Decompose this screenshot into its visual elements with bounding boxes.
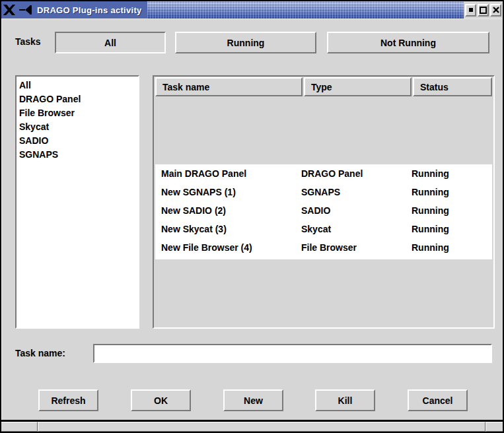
filter-button-all[interactable]: All bbox=[55, 32, 166, 53]
table-row[interactable]: Main DRAGO PanelDRAGO PanelRunning bbox=[155, 164, 492, 183]
task-table-panel: Task nameTypeStatus Main DRAGO PanelDRAG… bbox=[153, 75, 495, 329]
window-controls bbox=[464, 1, 503, 18]
window-title: DRAGO Plug-ins activity bbox=[34, 5, 147, 15]
dialog-content: Tasks AllRunningNot Running AllDRAGO Pan… bbox=[1, 18, 503, 420]
cancel-button[interactable]: Cancel bbox=[408, 389, 468, 411]
cell-task-name: New Skycat (3) bbox=[155, 224, 301, 234]
x-logo-icon bbox=[1, 1, 17, 18]
plugin-type-list[interactable]: AllDRAGO PanelFile BrowserSkycatSADIOSGN… bbox=[15, 75, 139, 329]
list-item[interactable]: DRAGO Panel bbox=[19, 92, 135, 106]
task-name-input[interactable] bbox=[93, 344, 492, 363]
resize-bar bbox=[1, 422, 503, 432]
task-rows[interactable]: Main DRAGO PanelDRAGO PanelRunningNew SG… bbox=[155, 164, 492, 259]
task-name-label: Task name: bbox=[15, 348, 65, 358]
close-button[interactable] bbox=[490, 4, 501, 17]
list-item[interactable]: Skycat bbox=[19, 120, 135, 134]
column-header-type[interactable]: Type bbox=[304, 77, 412, 96]
cell-type: DRAGO Panel bbox=[301, 168, 412, 179]
table-row[interactable]: New SADIO (2)SADIORunning bbox=[155, 201, 492, 220]
window: DRAGO Plug-ins activity Tasks AllRunning… bbox=[0, 0, 504, 433]
cell-status: Running bbox=[412, 224, 492, 234]
list-item[interactable]: SGNAPS bbox=[19, 148, 135, 162]
cell-type: SADIO bbox=[301, 205, 412, 216]
titlebar-texture bbox=[147, 1, 464, 18]
new-button[interactable]: New bbox=[223, 389, 283, 411]
list-item[interactable]: All bbox=[19, 79, 135, 92]
resize-handle-left[interactable] bbox=[1, 422, 38, 432]
cell-status: Running bbox=[412, 242, 492, 253]
tasks-label: Tasks bbox=[15, 36, 41, 47]
cell-status: Running bbox=[412, 168, 492, 179]
table-row[interactable]: New File Browser (4)File BrowserRunning bbox=[155, 238, 492, 257]
cell-type: File Browser bbox=[301, 242, 412, 253]
filter-button-running[interactable]: Running bbox=[175, 32, 316, 53]
titlebar[interactable]: DRAGO Plug-ins activity bbox=[1, 1, 503, 18]
cell-task-name: New SADIO (2) bbox=[155, 205, 301, 216]
resize-handle-right[interactable] bbox=[486, 422, 503, 432]
cell-type: SGNAPS bbox=[301, 187, 412, 197]
column-header-task-name[interactable]: Task name bbox=[155, 77, 303, 96]
cell-status: Running bbox=[412, 205, 492, 216]
cell-task-name: New File Browser (4) bbox=[155, 242, 301, 253]
column-header-status[interactable]: Status bbox=[413, 77, 492, 96]
pushpin-icon[interactable] bbox=[17, 1, 34, 18]
cell-task-name: New SGNAPS (1) bbox=[155, 187, 301, 197]
table-row[interactable]: New Skycat (3)SkycatRunning bbox=[155, 220, 492, 238]
kill-button[interactable]: Kill bbox=[315, 389, 375, 411]
ok-button[interactable]: OK bbox=[131, 389, 191, 411]
list-item[interactable]: SADIO bbox=[19, 134, 135, 148]
cell-status: Running bbox=[412, 187, 492, 197]
cell-task-name: Main DRAGO Panel bbox=[155, 168, 301, 179]
cell-type: Skycat bbox=[301, 224, 412, 234]
list-item[interactable]: File Browser bbox=[19, 106, 135, 120]
resize-handle-bottom[interactable] bbox=[38, 422, 486, 432]
refresh-button[interactable]: Refresh bbox=[38, 389, 98, 411]
filter-button-not-running[interactable]: Not Running bbox=[327, 32, 489, 53]
maximize-button[interactable] bbox=[478, 4, 489, 17]
minimize-button[interactable] bbox=[465, 4, 476, 17]
table-row[interactable]: New SGNAPS (1)SGNAPSRunning bbox=[155, 183, 492, 201]
